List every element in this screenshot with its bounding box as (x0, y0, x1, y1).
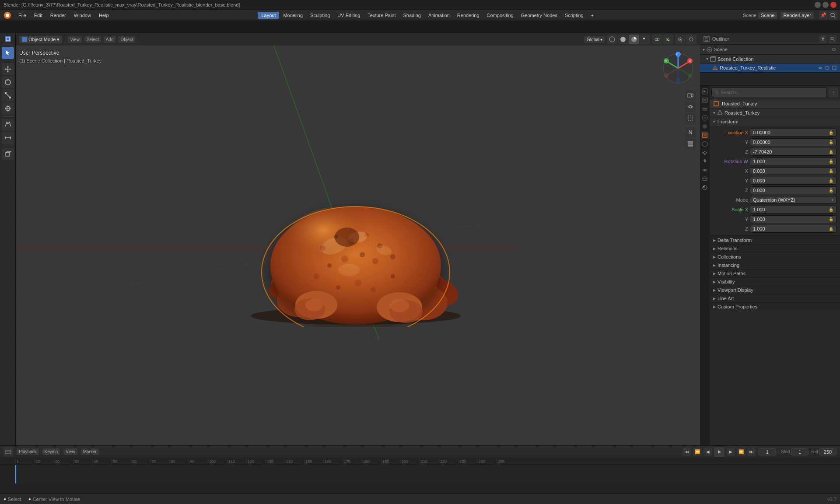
rotate-tool[interactable] (2, 76, 14, 88)
rotation-x-value[interactable]: 0.000 🔒 (750, 167, 836, 175)
solid-shading[interactable] (618, 35, 628, 44)
outliner-filter-btn[interactable] (819, 35, 827, 43)
select-menu-btn[interactable]: Select (84, 36, 101, 43)
lock-rw-icon[interactable]: 🔒 (829, 159, 833, 164)
item-render-icon[interactable] (831, 65, 837, 71)
scale-y-value[interactable]: 1.000 🔒 (750, 215, 836, 223)
move-tool[interactable] (2, 63, 14, 75)
object-mode-dropdown[interactable]: Object Mode ▾ (19, 36, 62, 43)
wireframe-shading[interactable] (607, 35, 617, 44)
marker-menu-btn[interactable]: Marker (81, 448, 99, 455)
constraints-props-icon[interactable] (701, 166, 709, 174)
viewport-display-header[interactable]: ▶ Viewport Display (710, 286, 840, 294)
keying-menu-btn[interactable]: Keying (42, 448, 60, 455)
custom-properties-header[interactable]: ▶ Custom Properties (710, 302, 840, 311)
track-bg[interactable] (15, 465, 840, 483)
close-btn[interactable] (830, 2, 836, 8)
view-menu-btn[interactable]: View (68, 36, 82, 43)
measure-tool[interactable] (2, 132, 14, 144)
playhead[interactable] (15, 465, 16, 483)
lock-y-icon[interactable]: 🔒 (829, 140, 833, 144)
lock-ry-icon[interactable]: 🔒 (829, 178, 833, 183)
workspace-add[interactable]: + (588, 12, 597, 19)
physics-props-icon[interactable] (701, 158, 709, 165)
scale-tool[interactable] (2, 89, 14, 102)
lock-sx-icon[interactable]: 🔒 (829, 207, 833, 212)
lock-sz-icon[interactable]: 🔒 (829, 227, 833, 231)
output-props-icon[interactable] (701, 96, 709, 104)
end-frame-input[interactable]: 250 (819, 448, 836, 455)
transform-tool[interactable] (2, 102, 14, 115)
scene-props-icon[interactable] (701, 114, 709, 122)
add-menu-btn[interactable]: Add (104, 36, 116, 43)
lock-z-icon[interactable]: 🔒 (829, 150, 833, 154)
object-menu-btn[interactable]: Object (118, 36, 135, 43)
current-frame-input[interactable]: 1 (759, 448, 776, 455)
play-pause-btn[interactable] (714, 447, 724, 457)
minimize-btn[interactable] (815, 2, 821, 8)
step-fwd-btn[interactable]: ▶ (726, 448, 735, 456)
workspace-modeling[interactable]: Modeling (280, 12, 306, 19)
item-select-icon[interactable] (824, 65, 830, 71)
scale-z-value[interactable]: 1.000 🔒 (750, 225, 836, 233)
maximize-btn[interactable] (822, 2, 829, 8)
location-x-value[interactable]: 0.00000 🔒 (750, 129, 836, 136)
rotation-y-value[interactable]: 0.000 🔒 (750, 177, 836, 185)
instancing-header[interactable]: ▶ Instancing (710, 261, 840, 269)
lock-rz-icon[interactable]: 🔒 (829, 188, 833, 192)
scene-collection-chevron[interactable]: ▾ (703, 47, 705, 52)
props-search-input[interactable]: Search... (711, 88, 827, 97)
transform-section-header[interactable]: ▾ Transform (710, 117, 840, 126)
lock-x-icon[interactable]: 🔒 (829, 130, 833, 135)
proportional-edit-toggle[interactable] (686, 35, 696, 44)
viewport-gizmo[interactable]: Z X Y (661, 51, 696, 86)
delta-transform-header[interactable]: ▶ Delta Transform (710, 236, 840, 244)
sub-object-name[interactable]: Roasted_Turkey (724, 110, 760, 116)
timeline-track[interactable] (0, 465, 840, 483)
start-frame-input[interactable]: 1 (791, 448, 808, 455)
jump-fwd-btn[interactable]: ⏩ (737, 448, 746, 456)
scene-collection-name[interactable]: Scene Collection (718, 56, 754, 62)
jump-back-btn[interactable]: ⏪ (693, 448, 702, 456)
hide-show-btn[interactable] (685, 102, 696, 112)
collections-header[interactable]: ▶ Collections (710, 252, 840, 261)
lock-sy-icon[interactable]: 🔒 (829, 217, 833, 221)
scene-selector[interactable]: Scene (758, 12, 777, 19)
workspace-layout[interactable]: Layout (258, 12, 279, 19)
view-menu-tl-btn[interactable]: View (63, 448, 77, 455)
jump-start-btn[interactable]: ⏮ (682, 448, 691, 456)
cursor-tool[interactable] (2, 47, 14, 59)
item-visibility-icon[interactable] (817, 65, 823, 71)
menu-window[interactable]: Window (70, 12, 94, 19)
menu-help[interactable]: Help (95, 12, 112, 19)
object-props-icon[interactable] (701, 131, 709, 139)
props-options-btn[interactable]: ⋮ (829, 88, 838, 97)
rotation-w-value[interactable]: 1.000 🔒 (750, 158, 836, 165)
annotate-tool[interactable] (2, 119, 14, 131)
blender-logo[interactable] (3, 10, 12, 20)
visibility-header[interactable]: ▶ Visibility (710, 277, 840, 286)
location-y-value[interactable]: 0.00000 🔒 (750, 138, 836, 146)
gizmo-toggle[interactable] (663, 35, 673, 44)
menu-file[interactable]: File (15, 12, 30, 19)
snap-toggle[interactable] (675, 35, 686, 44)
search-header-icon[interactable] (829, 11, 837, 20)
menu-edit[interactable]: Edit (31, 12, 46, 19)
data-props-icon[interactable] (701, 175, 709, 183)
rotation-mode-select[interactable]: Quaternion (WXYZ) ▾ (750, 196, 836, 204)
workspace-sculpting[interactable]: Sculpting (307, 12, 333, 19)
jump-end-btn[interactable]: ⏭ (747, 448, 756, 456)
scale-x-value[interactable]: 1.000 🔒 (750, 206, 836, 214)
view-layer-props-icon[interactable] (701, 105, 709, 113)
render-region-btn[interactable] (685, 113, 696, 123)
workspace-compositing[interactable]: Compositing (483, 12, 517, 19)
render-props-icon[interactable] (701, 88, 709, 95)
location-z-value[interactable]: -7.70420 🔒 (750, 148, 836, 156)
overlay-toggle[interactable] (652, 35, 662, 44)
sidebar-toggle-btn[interactable]: N (685, 127, 696, 138)
outliner-search-btn[interactable] (829, 35, 836, 43)
menu-render[interactable]: Render (47, 12, 70, 19)
step-back-btn[interactable]: ◀ (704, 448, 712, 456)
camera-view-btn[interactable] (685, 90, 696, 101)
render-layer-selector[interactable]: RenderLayer (780, 12, 814, 19)
